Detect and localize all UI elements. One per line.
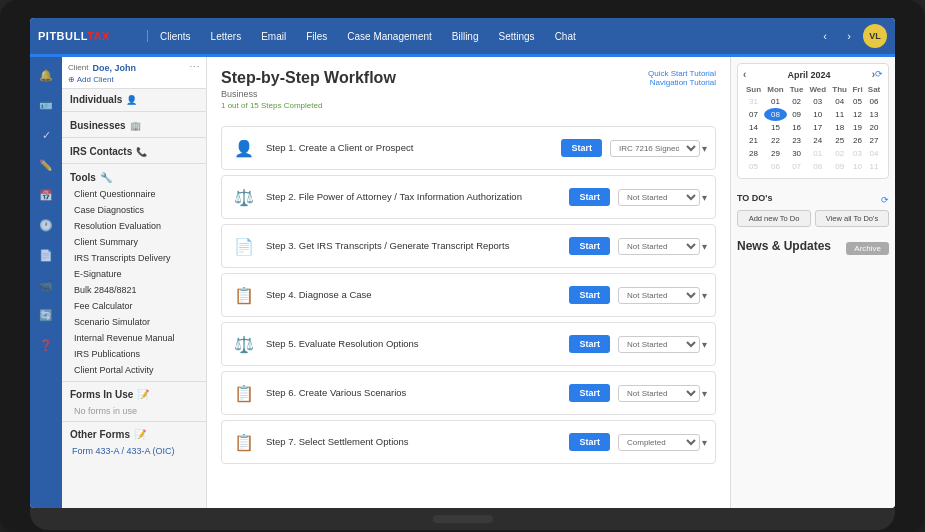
calendar-day[interactable]: 10 — [806, 108, 829, 121]
menu-scenario-simulator[interactable]: Scenario Simulator — [62, 314, 206, 330]
client-name[interactable]: Doe, John — [92, 63, 136, 73]
menu-case-diagnostics[interactable]: Case Diagnostics — [62, 202, 206, 218]
calendar-day[interactable]: 08 — [764, 108, 787, 121]
quick-start-link[interactable]: Quick Start Tutorial — [648, 69, 716, 78]
calendar-day[interactable]: 19 — [850, 121, 865, 134]
calendar-day[interactable]: 11 — [865, 160, 883, 173]
check-circle-icon[interactable]: ✓ — [36, 125, 56, 145]
step7-chevron-icon[interactable]: ▾ — [702, 437, 707, 448]
calendar-day[interactable]: 15 — [764, 121, 787, 134]
menu-client-summary[interactable]: Client Summary — [62, 234, 206, 250]
individuals-section[interactable]: Individuals 👤 — [62, 89, 206, 108]
nav-forward-arrow[interactable]: › — [839, 26, 859, 46]
step6-chevron-icon[interactable]: ▾ — [702, 388, 707, 399]
edit-icon[interactable]: ✏️ — [36, 155, 56, 175]
form-433a-link[interactable]: Form 433-A / 433-A (OIC) — [62, 444, 206, 458]
menu-bulk[interactable]: Bulk 2848/8821 — [62, 282, 206, 298]
step5-status-select[interactable]: Not Started — [618, 336, 700, 353]
calendar-day[interactable]: 01 — [806, 147, 829, 160]
step3-start-btn[interactable]: Start — [569, 237, 610, 255]
calendar-day[interactable]: 02 — [787, 95, 806, 108]
calendar-day[interactable]: 12 — [850, 108, 865, 121]
calendar-day[interactable]: 22 — [764, 134, 787, 147]
step4-start-btn[interactable]: Start — [569, 286, 610, 304]
calendar-day[interactable]: 06 — [865, 95, 883, 108]
step4-status-select[interactable]: Not Started — [618, 287, 700, 304]
calendar-day[interactable]: 10 — [850, 160, 865, 173]
calendar-day[interactable]: 24 — [806, 134, 829, 147]
calendar-day[interactable]: 07 — [787, 160, 806, 173]
calendar-prev-btn[interactable]: ‹ — [743, 69, 746, 80]
todo-refresh-icon[interactable]: ⟳ — [881, 195, 889, 205]
calendar-day[interactable]: 03 — [850, 147, 865, 160]
calendar-day[interactable]: 04 — [829, 95, 850, 108]
calendar-day[interactable]: 20 — [865, 121, 883, 134]
calendar-day[interactable]: 05 — [743, 160, 764, 173]
menu-irs-publications[interactable]: IRS Publications — [62, 346, 206, 362]
step5-chevron-icon[interactable]: ▾ — [702, 339, 707, 350]
step1-chevron-icon[interactable]: ▾ — [702, 143, 707, 154]
calendar-day[interactable]: 09 — [787, 108, 806, 121]
calendar-day[interactable]: 05 — [850, 95, 865, 108]
calendar-day[interactable]: 09 — [829, 160, 850, 173]
menu-irs-transcripts[interactable]: IRS Transcripts Delivery — [62, 250, 206, 266]
calendar-next-btn[interactable]: › — [872, 69, 875, 80]
calendar-day[interactable]: 08 — [806, 160, 829, 173]
video-icon[interactable]: 📹 — [36, 275, 56, 295]
businesses-section[interactable]: Businesses 🏢 — [62, 115, 206, 134]
menu-client-questionnaire[interactable]: Client Questionnaire — [62, 186, 206, 202]
view-all-todo-btn[interactable]: View all To Do's — [815, 210, 889, 227]
step2-start-btn[interactable]: Start — [569, 188, 610, 206]
menu-fee-calculator[interactable]: Fee Calculator — [62, 298, 206, 314]
step1-status-select[interactable]: IRC 7216 Signed — [610, 140, 700, 157]
refresh-icon[interactable]: 🔄 — [36, 305, 56, 325]
clock-icon[interactable]: 🕐 — [36, 215, 56, 235]
menu-e-signature[interactable]: E-Signature — [62, 266, 206, 282]
calendar-day[interactable]: 06 — [764, 160, 787, 173]
nav-email[interactable]: Email — [253, 27, 294, 46]
calendar-day[interactable]: 13 — [865, 108, 883, 121]
step1-start-btn[interactable]: Start — [561, 139, 602, 157]
calendar-day[interactable]: 26 — [850, 134, 865, 147]
document-icon[interactable]: 📄 — [36, 245, 56, 265]
menu-internal-revenue[interactable]: Internal Revenue Manual — [62, 330, 206, 346]
nav-settings[interactable]: Settings — [490, 27, 542, 46]
step6-start-btn[interactable]: Start — [569, 384, 610, 402]
calendar-day[interactable]: 27 — [865, 134, 883, 147]
calendar-day[interactable]: 16 — [787, 121, 806, 134]
navigation-tutorial-link[interactable]: Navigation Tutorial — [648, 78, 716, 87]
step6-status-select[interactable]: Not Started — [618, 385, 700, 402]
bell-icon[interactable]: 🔔 — [36, 65, 56, 85]
calendar-day[interactable]: 03 — [806, 95, 829, 108]
step2-status-select[interactable]: Not Started — [618, 189, 700, 206]
add-client-btn[interactable]: ⊕ Add Client — [68, 75, 200, 84]
user-avatar[interactable]: VL — [863, 24, 887, 48]
step2-chevron-icon[interactable]: ▾ — [702, 192, 707, 203]
calendar-day[interactable]: 18 — [829, 121, 850, 134]
calendar-day[interactable]: 25 — [829, 134, 850, 147]
calendar-day[interactable]: 21 — [743, 134, 764, 147]
calendar-day[interactable]: 28 — [743, 147, 764, 160]
menu-resolution-evaluation[interactable]: Resolution Evaluation — [62, 218, 206, 234]
calendar-day[interactable]: 11 — [829, 108, 850, 121]
calendar-day[interactable]: 14 — [743, 121, 764, 134]
nav-back-arrow[interactable]: ‹ — [815, 26, 835, 46]
add-todo-btn[interactable]: Add new To Do — [737, 210, 811, 227]
step3-status-select[interactable]: Not Started — [618, 238, 700, 255]
nav-clients[interactable]: Clients — [152, 27, 199, 46]
calendar-refresh-icon[interactable]: ⟳ — [875, 69, 883, 79]
nav-case-management[interactable]: Case Management — [339, 27, 440, 46]
calendar-day[interactable]: 30 — [787, 147, 806, 160]
calendar-day[interactable]: 01 — [764, 95, 787, 108]
step7-status-select[interactable]: Completed — [618, 434, 700, 451]
help-icon[interactable]: ❓ — [36, 335, 56, 355]
calendar-icon[interactable]: 📅 — [36, 185, 56, 205]
calendar-day[interactable]: 02 — [829, 147, 850, 160]
calendar-day[interactable]: 23 — [787, 134, 806, 147]
nav-files[interactable]: Files — [298, 27, 335, 46]
step4-chevron-icon[interactable]: ▾ — [702, 290, 707, 301]
menu-client-portal[interactable]: Client Portal Activity — [62, 362, 206, 378]
calendar-day[interactable]: 17 — [806, 121, 829, 134]
calendar-day[interactable]: 29 — [764, 147, 787, 160]
id-card-icon[interactable]: 🪪 — [36, 95, 56, 115]
